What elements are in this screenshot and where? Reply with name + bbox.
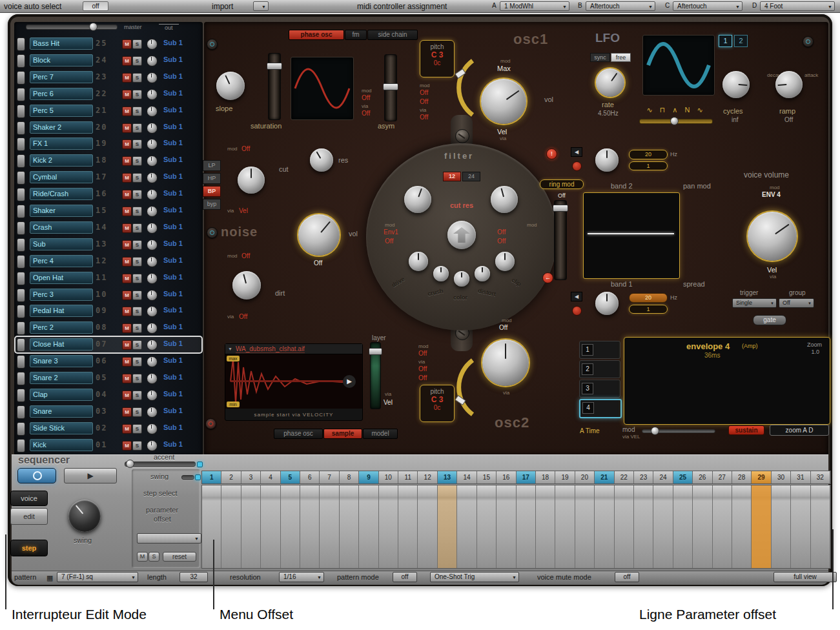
length-value[interactable]: 32 xyxy=(179,572,208,582)
osc2-tab-sample[interactable]: sample xyxy=(323,429,362,439)
voice-pan-knob[interactable] xyxy=(147,206,158,217)
voice-trigger-button[interactable] xyxy=(17,422,25,436)
voice-trigger-button[interactable] xyxy=(17,37,25,51)
voice-row-kick[interactable]: Kick01MSSub 1 xyxy=(15,438,201,453)
voice-solo-button[interactable]: S xyxy=(132,424,142,434)
lfo-wave-display[interactable] xyxy=(642,35,715,96)
voice-trigger-button[interactable] xyxy=(17,255,25,269)
voice-trigger-button[interactable] xyxy=(17,71,25,85)
grid-column-22[interactable] xyxy=(615,485,634,568)
voice-mute-button[interactable]: M xyxy=(122,173,132,183)
voice-mute-button[interactable]: M xyxy=(122,424,132,434)
osc1-mod2-value[interactable]: Off xyxy=(420,89,428,96)
osc1-wave-display[interactable] xyxy=(291,57,354,120)
voice-row-clap[interactable]: Clap04MSSub 1 xyxy=(15,387,201,403)
env4-button[interactable]: 4 xyxy=(579,399,622,418)
grid-column-7[interactable] xyxy=(320,485,339,568)
noise-dirt-mod-value[interactable]: Off xyxy=(241,252,250,259)
osc1-volume-knob[interactable] xyxy=(481,79,526,124)
voice-solo-button[interactable]: S xyxy=(132,207,142,216)
voice-name[interactable]: Crash xyxy=(30,221,93,234)
osc1-via2-value[interactable]: Off xyxy=(420,114,428,121)
voice-mute-button[interactable]: M xyxy=(122,407,132,417)
step-number-10[interactable]: 10 xyxy=(379,471,398,483)
osc2-pitch-box[interactable]: pitch C 3 0c xyxy=(420,385,455,422)
grid-column-5[interactable] xyxy=(281,485,300,568)
step-number-26[interactable]: 26 xyxy=(693,471,712,483)
voice-row-shaker-2[interactable]: Shaker 220MSSub 1 xyxy=(15,120,201,136)
voice-trigger-button[interactable] xyxy=(17,338,25,352)
voice-output-select[interactable]: Sub 1 xyxy=(163,72,183,80)
voice-pan-knob[interactable] xyxy=(147,306,158,317)
voice-output-select[interactable]: Sub 1 xyxy=(163,290,183,298)
env-mod-slider-handle[interactable] xyxy=(651,427,659,435)
voice-row-ride-crash[interactable]: Ride/Crash16MSSub 1 xyxy=(15,187,201,202)
step-number-17[interactable]: 17 xyxy=(517,471,536,483)
voice-solo-button[interactable]: S xyxy=(132,139,142,149)
voice-pan-knob[interactable] xyxy=(147,239,158,250)
grid-column-11[interactable] xyxy=(398,485,418,568)
swing-knob[interactable] xyxy=(68,500,101,532)
voice-pan-knob[interactable] xyxy=(147,340,158,351)
noise-filter-hp-button[interactable]: HP xyxy=(203,173,221,184)
voice-name[interactable]: Clap xyxy=(30,389,93,401)
voice-solo-button[interactable]: S xyxy=(132,39,142,49)
filter-color-knob[interactable] xyxy=(454,271,469,287)
band2-arrow-button[interactable]: ◀ xyxy=(571,147,582,157)
voice-row-crash[interactable]: Crash14MSSub 1 xyxy=(15,220,201,236)
step-number-30[interactable]: 30 xyxy=(772,471,791,483)
tab-fm[interactable]: fm xyxy=(345,30,367,40)
voice-row-open-hat[interactable]: Open Hat11MSSub 1 xyxy=(15,270,201,286)
voice-pan-knob[interactable] xyxy=(147,139,158,150)
grid-column-6[interactable] xyxy=(300,485,320,568)
voice-output-select[interactable]: Sub 1 xyxy=(163,39,183,46)
step-number-28[interactable]: 28 xyxy=(732,471,752,483)
gate-button[interactable]: gate xyxy=(753,315,786,325)
osc2-volume-knob[interactable] xyxy=(482,340,529,386)
lfo-waveform-icons[interactable]: ∿ ⊓ ∧ N ∿ xyxy=(638,106,714,114)
lfo-rate-value[interactable]: 4.50Hz xyxy=(598,110,619,117)
grid-column-4[interactable] xyxy=(261,485,280,568)
grid-column-28[interactable] xyxy=(732,485,752,568)
assign-b-dropdown[interactable]: Aftertouch xyxy=(586,1,655,11)
voice-row-close-hat[interactable]: Close Hat07MSSub 1 xyxy=(15,337,201,352)
voice-solo-button[interactable]: S xyxy=(132,391,142,400)
band1-gain-knob[interactable] xyxy=(595,292,619,315)
band2-freq-value[interactable]: 20 xyxy=(629,150,668,159)
osc1-vol-via-value[interactable]: Vel xyxy=(497,128,507,136)
osc1-via1-value[interactable]: Off xyxy=(362,110,370,117)
band1-q-value[interactable]: 1 xyxy=(629,305,668,314)
osc1-pitch-mod-arc[interactable] xyxy=(444,57,482,119)
voice-name[interactable]: Open Hat xyxy=(30,272,93,284)
step-number-5[interactable]: 5 xyxy=(281,471,300,483)
voice-solo-button[interactable]: S xyxy=(132,357,142,367)
reset-button[interactable]: reset xyxy=(163,552,196,562)
voice-solo-button[interactable]: S xyxy=(132,323,142,333)
step-number-13[interactable]: 13 xyxy=(438,471,457,483)
voice-solo-button[interactable]: S xyxy=(132,257,142,267)
voice-output-select[interactable]: Sub 1 xyxy=(163,390,183,398)
voice-trigger-button[interactable] xyxy=(17,389,25,402)
voice-output-select[interactable]: Sub 1 xyxy=(163,423,183,431)
grid-column-29[interactable] xyxy=(752,485,771,568)
band1-freq-value[interactable]: 20 xyxy=(629,293,668,303)
voice-row-snare-3[interactable]: Snare 306MSSub 1 xyxy=(15,354,201,369)
voice-solo-button[interactable]: S xyxy=(132,274,142,283)
accent-slider[interactable] xyxy=(125,462,196,467)
seq-solo-button[interactable]: S xyxy=(149,552,159,562)
filter-env-arrow-button[interactable]: ← xyxy=(542,272,553,283)
lfo-wave-slider-handle[interactable] xyxy=(670,117,679,125)
env2-button[interactable]: 2 xyxy=(579,360,620,378)
voice-solo-button[interactable]: S xyxy=(132,123,142,133)
voice-trigger-button[interactable] xyxy=(17,171,25,185)
voice-name[interactable]: Perc 7 xyxy=(30,71,93,83)
ringmod-amount-value[interactable]: Off xyxy=(558,192,566,199)
pattern-mode-value[interactable]: off xyxy=(393,572,417,582)
voice-pan-knob[interactable] xyxy=(147,356,158,367)
lfo-sync-button[interactable]: sync xyxy=(590,53,610,62)
grid-column-31[interactable] xyxy=(791,485,810,568)
voice-mute-button[interactable]: M xyxy=(122,274,132,283)
grid-column-16[interactable] xyxy=(497,485,516,568)
band1-bypass-led[interactable] xyxy=(572,306,582,316)
noise-filter-bp-button[interactable]: BP xyxy=(203,186,221,197)
